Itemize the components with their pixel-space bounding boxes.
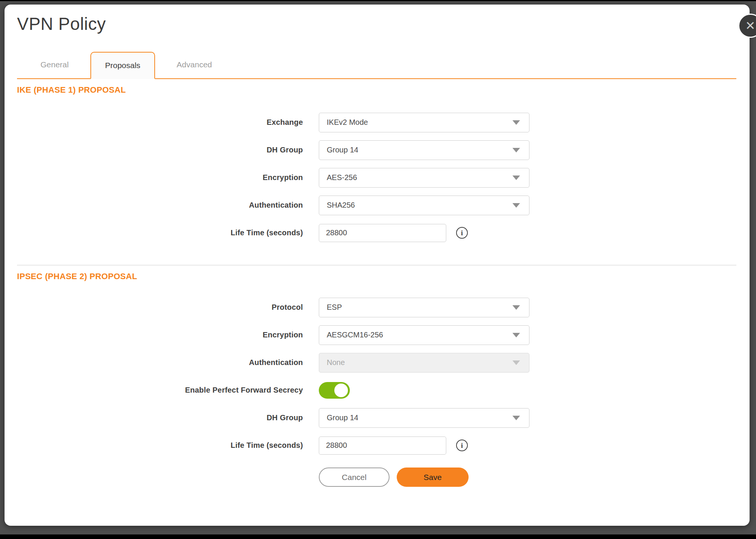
encryption-select[interactable]: AES-256 <box>319 168 529 188</box>
ike-phase1-form: Exchange IKEv2 Mode DH Group Group 14 En… <box>17 109 736 247</box>
dh-group-select[interactable]: Group 14 <box>319 140 529 160</box>
dialog-actions: Cancel Save <box>319 468 736 487</box>
encryption-value: AES-256 <box>327 173 357 182</box>
ike-phase1-heading: IKE (PHASE 1) PROPOSAL <box>17 85 736 95</box>
page-title: VPN Policy <box>17 14 736 34</box>
pfs-row: Enable Perfect Forward Secrecy <box>17 376 736 404</box>
ipsec-dh-group-value: Group 14 <box>327 413 358 422</box>
authentication-label: Authentication <box>17 201 303 210</box>
protocol-value: ESP <box>327 303 342 312</box>
info-icon[interactable]: i <box>456 440 468 451</box>
ipsec-dh-group-row: DH Group Group 14 <box>17 404 736 432</box>
exchange-label: Exchange <box>17 118 303 127</box>
exchange-row: Exchange IKEv2 Mode <box>17 109 736 136</box>
protocol-label: Protocol <box>17 303 303 312</box>
authentication-select[interactable]: SHA256 <box>319 196 529 215</box>
pfs-label: Enable Perfect Forward Secrecy <box>17 386 303 395</box>
ipsec-encryption-label: Encryption <box>17 331 303 339</box>
tab-advanced[interactable]: Advanced <box>163 51 226 78</box>
ipsec-life-time-row: Life Time (seconds) i <box>17 432 736 459</box>
chevron-down-icon <box>512 203 520 208</box>
chevron-down-icon <box>512 416 520 420</box>
dh-group-label: DH Group <box>17 146 303 154</box>
ipsec-authentication-label: Authentication <box>17 358 303 367</box>
life-time-label: Life Time (seconds) <box>17 228 303 237</box>
ipsec-life-time-label: Life Time (seconds) <box>17 441 303 450</box>
ipsec-encryption-row: Encryption AESGCM16-256 <box>17 321 736 349</box>
life-time-row: Life Time (seconds) i <box>17 219 736 247</box>
chevron-down-icon <box>512 333 520 337</box>
pfs-toggle[interactable] <box>319 382 350 399</box>
ipsec-encryption-value: AESGCM16-256 <box>327 331 383 339</box>
ipsec-authentication-value: None <box>327 358 345 367</box>
tab-general[interactable]: General <box>26 51 83 78</box>
ipsec-life-time-input[interactable] <box>319 436 446 455</box>
ipsec-phase2-heading: IPSEC (PHASE 2) PROPOSAL <box>17 272 736 281</box>
tab-proposals[interactable]: Proposals <box>90 52 155 79</box>
protocol-row: Protocol ESP <box>17 294 736 321</box>
vpn-policy-dialog: VPN Policy General Proposals Advanced IK… <box>5 5 750 526</box>
tab-bar: General Proposals Advanced <box>17 51 736 79</box>
info-icon[interactable]: i <box>456 227 468 239</box>
ipsec-encryption-select[interactable]: AESGCM16-256 <box>319 325 529 345</box>
chevron-down-icon <box>512 176 520 180</box>
life-time-input[interactable] <box>319 224 446 242</box>
ipsec-authentication-select: None <box>319 353 529 373</box>
chevron-down-icon <box>512 305 520 310</box>
exchange-value: IKEv2 Mode <box>327 118 368 127</box>
ipsec-dh-group-label: DH Group <box>17 413 303 422</box>
encryption-row: Encryption AES-256 <box>17 164 736 191</box>
exchange-select[interactable]: IKEv2 Mode <box>319 113 529 132</box>
dh-group-row: DH Group Group 14 <box>17 136 736 164</box>
encryption-label: Encryption <box>17 173 303 182</box>
protocol-select[interactable]: ESP <box>319 298 529 317</box>
save-button[interactable]: Save <box>397 468 469 487</box>
toggle-knob <box>334 384 348 397</box>
chevron-down-icon <box>512 148 520 152</box>
dh-group-value: Group 14 <box>327 146 358 154</box>
ipsec-dh-group-select[interactable]: Group 14 <box>319 408 529 428</box>
section-divider <box>17 265 736 266</box>
ipsec-authentication-row: Authentication None <box>17 349 736 376</box>
authentication-value: SHA256 <box>327 201 355 210</box>
chevron-down-icon <box>512 360 520 365</box>
authentication-row: Authentication SHA256 <box>17 191 736 219</box>
cancel-button[interactable]: Cancel <box>319 468 390 487</box>
ipsec-phase2-form: Protocol ESP Encryption AESGCM16-256 Aut… <box>17 294 736 459</box>
chevron-down-icon <box>512 120 520 125</box>
